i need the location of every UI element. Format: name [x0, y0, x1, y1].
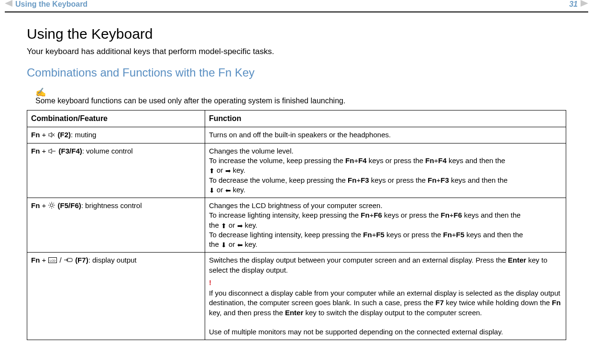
col-header-combination: Combination/Feature — [27, 110, 205, 127]
func-text: keys and then the — [449, 176, 508, 184]
table-row: Fn + (F3/F4): volume control Changes the… — [27, 143, 566, 198]
arrow-up-icon: ⬆ — [221, 222, 227, 229]
note-icon: ✍ — [35, 88, 566, 97]
fn-key-label: Fn — [31, 256, 40, 264]
or-text: or — [227, 221, 237, 229]
func-text: To increase the volume, keep pressing th… — [209, 156, 345, 165]
note-text: Some keyboard functions can be used only… — [35, 97, 566, 105]
fn-key-label: Fn — [31, 201, 40, 210]
func-line: Changes the volume level. — [209, 147, 294, 155]
or-text: or — [215, 166, 225, 174]
the-text: the — [209, 240, 221, 248]
func-text: keys or press the — [384, 231, 443, 239]
key-label: (F2) — [58, 131, 71, 139]
fn-key-table: Combination/Feature Function Fn + — [27, 110, 566, 340]
slash-text: / — [60, 256, 64, 264]
key-ref: Enter — [508, 256, 526, 264]
svg-line-13 — [54, 207, 55, 208]
col-header-function: Function — [205, 110, 566, 127]
func-text: keys or press the — [367, 156, 426, 165]
key-ref: F5 — [456, 231, 465, 239]
func-text: keys and then the — [447, 156, 505, 165]
key-ref: Fn — [348, 176, 356, 184]
page-title: Using the Keyboard — [27, 26, 566, 42]
brightness-icon — [48, 201, 55, 211]
function-cell: Changes the LCD brightness of your compu… — [205, 198, 566, 253]
key-label: (F7) — [75, 256, 88, 264]
svg-line-15 — [54, 203, 55, 204]
external-display-icon — [64, 256, 73, 265]
header-left: Using the Keyboard — [5, 0, 88, 9]
plus: + — [450, 211, 454, 219]
arrow-left-icon: ⬅ — [225, 187, 231, 194]
key-ref: Fn — [361, 211, 369, 219]
plus-text: + — [42, 131, 48, 139]
combo-desc: : brightness control — [81, 201, 142, 210]
mute-icon — [48, 131, 55, 140]
func-text: keys or press the — [382, 211, 441, 219]
key-ref: Fn — [345, 156, 354, 165]
key-ref: Fn — [363, 231, 372, 239]
key-ref: Fn — [443, 231, 452, 239]
page-number: 31 — [569, 0, 578, 9]
svg-marker-1 — [581, 0, 588, 7]
combo-cell: Fn + LCD / — [27, 253, 205, 340]
func-text: Switches the display output between your… — [209, 256, 508, 264]
combo-desc: : display output — [88, 256, 137, 264]
combo-desc: : volume control — [82, 147, 133, 155]
svg-marker-20 — [67, 259, 68, 261]
function-cell: Turns on and off the built-in speakers o… — [205, 127, 566, 143]
combo-desc: : muting — [71, 131, 96, 139]
page-intro: Your keyboard has additional keys that p… — [27, 47, 566, 56]
func-text: key, and then press the — [209, 309, 285, 317]
combo-cell: Fn + (F2): muting — [27, 127, 205, 143]
table-row: Fn + (F2): muting Turns on and off the b… — [27, 127, 566, 143]
fn-key-label: Fn — [31, 131, 40, 139]
svg-text:LCD: LCD — [50, 259, 56, 262]
fn-key-label: Fn — [31, 147, 40, 155]
key-ref: Fn — [552, 298, 560, 307]
svg-marker-2 — [48, 132, 52, 137]
svg-point-7 — [50, 204, 53, 207]
combo-cell: Fn + (F3/F4): volume control — [27, 143, 205, 198]
arrow-down-icon: ⬇ — [209, 187, 215, 194]
key-ref: F5 — [376, 231, 384, 239]
arrow-left-icon: ⬅ — [237, 242, 243, 248]
nav-next-icon[interactable] — [581, 0, 588, 9]
page-header: Using the Keyboard 31 — [0, 0, 593, 11]
svg-marker-0 — [5, 0, 12, 7]
arrow-right-icon: ➡ — [237, 222, 243, 229]
page-content: Using the Keyboard Your keyboard has add… — [0, 12, 593, 345]
svg-line-12 — [49, 203, 50, 204]
key-ref: Enter — [285, 309, 303, 317]
plus: + — [354, 156, 358, 165]
func-text: To decrease the volume, keep pressing th… — [209, 176, 348, 184]
arrow-right-icon: ➡ — [225, 167, 231, 174]
the-text: the — [209, 221, 221, 229]
key-label: (F5/F6) — [58, 201, 81, 210]
key-label: (F3/F4) — [59, 147, 82, 155]
func-text: keys and then the — [464, 231, 523, 239]
volume-icon — [48, 147, 56, 156]
plus-text: + — [42, 201, 48, 210]
combo-cell: Fn + (F5/F6): bri — [27, 198, 205, 253]
lcd-icon: LCD — [48, 256, 57, 265]
key-ref: Fn — [425, 156, 434, 165]
plus: + — [452, 231, 456, 239]
warning-text: If you disconnect a display cable from y… — [209, 289, 560, 317]
function-cell: Changes the volume level. To increase th… — [205, 143, 566, 198]
svg-marker-5 — [48, 149, 52, 154]
arrow-up-icon: ⬆ — [209, 167, 215, 174]
table-header-row: Combination/Feature Function — [27, 110, 566, 127]
key-ref: F3 — [440, 176, 449, 184]
key-ref: Fn — [440, 211, 449, 219]
plus: + — [356, 176, 361, 184]
func-text: Use of multiple monitors may not be supp… — [209, 328, 503, 336]
svg-line-14 — [49, 207, 50, 208]
func-line: Changes the LCD brightness of your compu… — [209, 201, 383, 210]
func-text: To decrease lighting intensity, keep pre… — [209, 231, 363, 239]
func-text: keys or press the — [369, 176, 428, 184]
arrow-down-icon: ⬇ — [221, 242, 227, 248]
nav-prev-icon[interactable] — [5, 0, 12, 9]
key-ref: F6 — [454, 211, 462, 219]
